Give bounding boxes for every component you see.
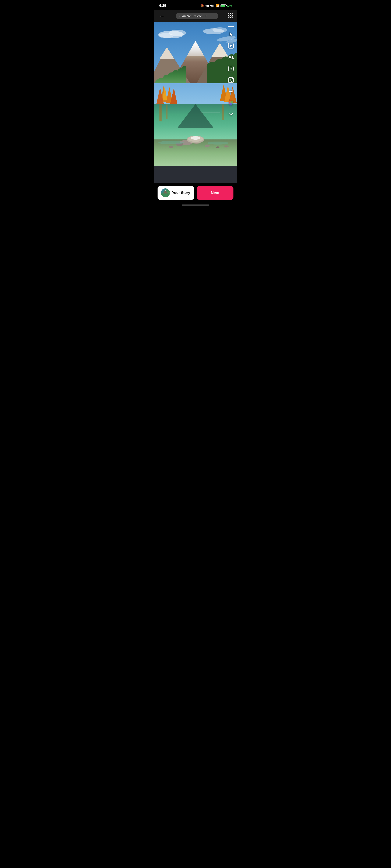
phone-container: 6:29 🔕 📶 <box>154 0 237 208</box>
top-bar: ← ♪ Amare Et Serv... × <box>154 10 237 22</box>
svg-point-51 <box>224 145 229 148</box>
svg-line-6 <box>229 13 229 14</box>
landscape-svg <box>154 22 237 166</box>
action-bar: Your Story Next <box>154 183 237 203</box>
svg-rect-56 <box>229 66 234 71</box>
battery-percent: 92% <box>227 4 232 7</box>
status-time: 6:29 <box>159 4 166 8</box>
battery-indicator: 92% <box>220 4 232 7</box>
settings-button[interactable] <box>228 12 234 20</box>
bottom-grey-area <box>154 166 237 183</box>
text-tool-button[interactable]: Aa <box>227 53 235 61</box>
video-overlay-button[interactable] <box>227 42 235 50</box>
svg-rect-65 <box>161 193 170 197</box>
music-note-icon: ♪ <box>179 14 180 18</box>
back-button[interactable]: ← <box>157 12 167 20</box>
chevron-down-button[interactable] <box>227 111 235 118</box>
status-bar: 6:29 🔕 📶 <box>154 0 237 10</box>
right-toolbar: Aa A <box>227 26 235 118</box>
music-title: Amare Et Serv... <box>182 14 204 18</box>
your-story-label: Your Story <box>172 191 190 195</box>
battery-fill <box>221 5 225 6</box>
battery-icon <box>220 4 226 7</box>
home-indicator <box>154 203 237 208</box>
svg-point-49 <box>205 145 210 147</box>
svg-point-53 <box>207 142 229 145</box>
svg-text:A: A <box>230 79 232 82</box>
svg-marker-55 <box>230 44 232 47</box>
home-bar <box>182 205 209 206</box>
svg-rect-37 <box>222 104 224 120</box>
svg-point-1 <box>230 14 231 16</box>
svg-line-7 <box>232 17 232 17</box>
svg-point-52 <box>158 141 184 144</box>
svg-rect-35 <box>159 104 161 121</box>
story-image-area: Aa A <box>154 22 237 166</box>
your-story-button[interactable]: Your Story <box>157 186 194 200</box>
svg-point-50 <box>216 147 219 148</box>
mute-icon: 🔕 <box>200 4 204 7</box>
svg-point-13 <box>158 33 173 38</box>
svg-point-57 <box>230 68 231 69</box>
next-button[interactable]: Next <box>197 186 234 200</box>
svg-point-58 <box>231 68 232 69</box>
cursor-tool-button[interactable] <box>227 31 235 38</box>
sparkle-button[interactable] <box>227 88 235 95</box>
svg-line-8 <box>232 13 232 14</box>
close-music-button[interactable]: × <box>206 14 207 18</box>
color-blend-button[interactable] <box>227 99 235 107</box>
svg-rect-36 <box>166 104 168 119</box>
magic-text-button[interactable]: A <box>227 76 235 84</box>
svg-point-48 <box>169 146 173 148</box>
music-pill[interactable]: ♪ Amare Et Serv... × <box>176 13 218 19</box>
svg-point-63 <box>230 102 232 105</box>
svg-point-47 <box>191 136 200 140</box>
signal-bars-1 <box>205 5 209 7</box>
sticker-tool-button[interactable] <box>227 65 235 72</box>
signal-bars-2 <box>210 5 214 7</box>
toolbar-divider <box>228 26 234 27</box>
svg-line-9 <box>229 17 229 17</box>
wifi-icon: 📶 <box>216 4 219 7</box>
status-icons: 🔕 📶 92% <box>200 4 232 7</box>
svg-point-15 <box>212 27 227 32</box>
story-avatar <box>161 188 170 197</box>
